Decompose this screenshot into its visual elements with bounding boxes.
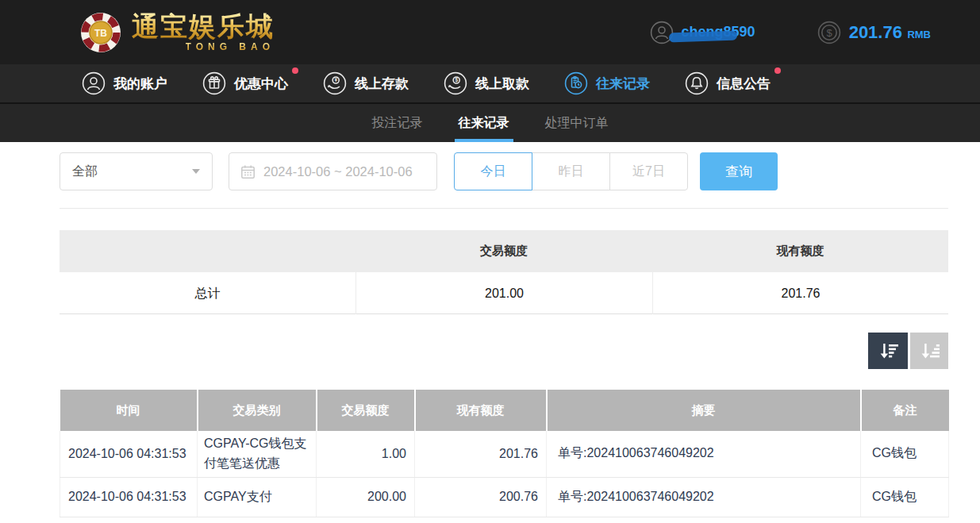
summary-current-total: 201.76 [652, 272, 948, 314]
records-icon [564, 71, 588, 95]
header-type: 交易类别 [198, 390, 317, 431]
sort-descending-button[interactable] [868, 333, 908, 369]
summary-total-row: 总计 201.00 201.76 [60, 272, 948, 314]
svg-text:$: $ [826, 26, 832, 38]
cell-balance: 200.76 [415, 477, 547, 517]
summary-header-row: 交易额度 现有额度 [60, 230, 948, 272]
date-range-input[interactable]: 2024-10-06 ~ 2024-10-06 [229, 152, 437, 190]
sort-controls [60, 333, 948, 369]
main-nav: 我的账户 优惠中心 ¥ 线上存款 $ 线上取款 [0, 64, 980, 104]
svg-text:¥: ¥ [334, 77, 337, 83]
header-note: 备注 [861, 390, 949, 431]
tab-betting-records[interactable]: 投注记录 [372, 104, 423, 142]
brand-name: 通宝娱乐城 [132, 13, 275, 40]
summary-header-transaction: 交易额度 [355, 244, 652, 259]
brand-logo[interactable]: TB 通宝娱乐城 TONG BAO [79, 11, 275, 54]
nav-label: 优惠中心 [234, 75, 288, 93]
withdraw-icon: $ [444, 71, 467, 95]
svg-text:$: $ [455, 77, 458, 83]
quick-btn-today[interactable]: 今日 [454, 152, 532, 190]
divider [60, 208, 948, 209]
cell-time: 2024-10-06 04:31:53 [60, 431, 198, 477]
balance-currency: RMB [907, 29, 931, 40]
chip-label: TB [94, 27, 107, 38]
cell-balance: 201.76 [415, 431, 547, 477]
cell-summary: 单号:202410063746049202 [547, 431, 861, 477]
quick-btn-last7days[interactable]: 近7日 [609, 152, 688, 190]
cell-type: CGPAY-CG钱包支付笔笔送优惠 [198, 431, 317, 477]
bell-icon [685, 71, 709, 95]
nav-item-promotions[interactable]: 优惠中心 [202, 71, 288, 95]
transactions-table: 时间 交易类别 交易额度 现有额度 摘要 备注 2024-10-06 04:31… [60, 390, 949, 517]
redaction-scribble [668, 31, 736, 43]
table-row: 2024-10-06 04:31:53 CGPAY-CG钱包支付笔笔送优惠 1.… [60, 431, 949, 477]
cell-type: CGPAY支付 [198, 477, 317, 517]
notification-dot [774, 67, 781, 74]
type-select[interactable]: 全部 [60, 152, 213, 190]
poker-chip-icon: TB [79, 11, 122, 54]
table-header-row: 时间 交易类别 交易额度 现有额度 摘要 备注 [60, 390, 949, 431]
cell-time: 2024-10-06 04:31:53 [60, 477, 198, 517]
gift-icon [202, 71, 226, 95]
nav-label: 线上存款 [355, 75, 409, 93]
summary-total-label: 总计 [60, 272, 355, 314]
sub-tabs: 投注记录 往来记录 处理中订单 [0, 104, 980, 142]
nav-item-withdraw[interactable]: $ 线上取款 [444, 71, 529, 95]
sort-ascending-icon [918, 340, 940, 362]
cell-summary: 单号:202410063746049202 [547, 477, 861, 517]
cell-note: CG钱包 [861, 477, 949, 517]
quick-btn-yesterday[interactable]: 昨日 [532, 152, 610, 190]
deposit-icon: ¥ [323, 71, 347, 95]
tab-pending-orders[interactable]: 处理中订单 [545, 104, 609, 142]
summary-header-current: 现有额度 [652, 244, 948, 259]
coin-icon: $ [817, 21, 841, 44]
nav-label: 线上取款 [475, 75, 529, 93]
user-account[interactable]: cheng8590 [650, 21, 755, 44]
main-content: 全部 2024-10-06 ~ 2024-10-06 今日 昨日 近7日 查询 [0, 152, 980, 517]
summary-table: 交易额度 现有额度 总计 201.00 201.76 [60, 230, 948, 314]
cell-note: CG钱包 [861, 431, 949, 477]
sort-ascending-button[interactable] [910, 333, 948, 369]
header-summary: 摘要 [547, 390, 861, 431]
nav-label: 信息公告 [717, 75, 771, 93]
summary-transaction-total: 201.00 [355, 272, 652, 314]
sort-descending-icon [877, 340, 899, 362]
filter-row: 全部 2024-10-06 ~ 2024-10-06 今日 昨日 近7日 查询 [60, 152, 948, 190]
nav-item-deposit[interactable]: ¥ 线上存款 [323, 71, 409, 95]
header-time: 时间 [60, 390, 198, 431]
calendar-icon [240, 164, 256, 179]
top-header: TB 通宝娱乐城 TONG BAO cheng8590 $ [0, 0, 980, 64]
header-amount: 交易额度 [317, 390, 415, 431]
header-balance: 现有额度 [415, 390, 547, 431]
date-range-value: 2024-10-06 ~ 2024-10-06 [263, 164, 413, 179]
notification-dot [292, 67, 298, 74]
quick-date-group: 今日 昨日 近7日 [454, 152, 688, 190]
tab-transaction-records[interactable]: 往来记录 [459, 104, 509, 142]
cell-amount: 200.00 [317, 477, 415, 517]
balance-amount: 201.76 [849, 22, 902, 42]
nav-label: 我的账户 [113, 75, 167, 93]
type-select-value: 全部 [72, 163, 98, 180]
nav-item-transaction-records[interactable]: 往来记录 [564, 71, 650, 95]
chevron-down-icon [192, 169, 200, 174]
search-button[interactable]: 查询 [700, 152, 778, 190]
nav-item-my-account[interactable]: 我的账户 [82, 71, 167, 95]
nav-item-announcements[interactable]: 信息公告 [685, 71, 771, 95]
brand-subtitle: TONG BAO [186, 41, 275, 52]
cell-amount: 1.00 [317, 431, 415, 477]
nav-label: 往来记录 [596, 75, 650, 93]
user-icon [82, 71, 106, 95]
balance-display[interactable]: $ 201.76 RMB [817, 21, 931, 44]
table-row: 2024-10-06 04:31:53 CGPAY支付 200.00 200.7… [60, 477, 949, 517]
